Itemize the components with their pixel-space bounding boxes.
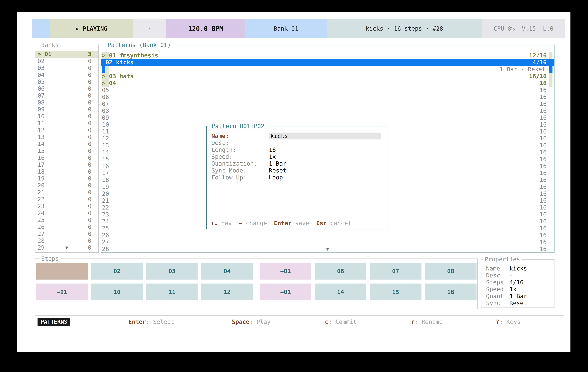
hint-label: change (242, 220, 274, 227)
hint-key: ↑↓ (211, 220, 218, 227)
step-cell-7[interactable]: 07 (370, 263, 421, 280)
bank-pattern-count: 0 (88, 141, 92, 147)
statusbar-hint-label: : Keys (499, 318, 521, 325)
bank-row[interactable]: 190 (35, 175, 98, 182)
pattern-row[interactable]: 0716 (101, 101, 554, 107)
step-cell-10[interactable]: 10 (91, 283, 143, 301)
pattern-step-count: 16 (540, 204, 547, 211)
statusbar-hint: Enter: Select (128, 316, 174, 328)
statusbar-hint: Space: Play (232, 316, 271, 328)
step-cell-9[interactable]: →01 (36, 283, 88, 301)
bank-number: 06 (38, 85, 45, 92)
editor-field-label: Name: (211, 132, 269, 140)
properties-list: NamekicksDesc-Steps4/16Speed1xQuant1 Bar… (482, 265, 554, 307)
pattern-step-count: 16 (540, 225, 547, 232)
topbar-left-pad (32, 19, 50, 38)
step-cell-13[interactable]: →01 (260, 283, 311, 301)
step-cell-1[interactable] (36, 263, 88, 280)
editor-field-row[interactable]: Sync Mode:Reset (211, 167, 385, 174)
pattern-row[interactable]: > 01 fmsynthesis12/16 (101, 52, 554, 59)
step-cell-5[interactable]: →01 (260, 263, 311, 280)
bank-row[interactable]: 080 (35, 99, 98, 106)
pattern-row[interactable]: 02 kicks4/16 (101, 59, 554, 66)
pattern-name: > 01 fmsynthesis (102, 52, 158, 59)
pattern-row[interactable]: > 0416 (101, 80, 554, 87)
statusbar-hint: c: Commit (325, 316, 357, 328)
editor-name-input[interactable]: kicks (269, 132, 381, 140)
bank-row[interactable]: 210 (35, 189, 98, 196)
step-cell-14[interactable]: 14 (315, 283, 367, 301)
editor-field-row[interactable]: Speed:1x (211, 153, 385, 160)
pattern-step-count: 16 (540, 93, 547, 101)
step-cell-15[interactable]: 15 (370, 283, 421, 301)
pattern-step-count: 16 (540, 163, 547, 170)
bank-row[interactable]: 130 (35, 134, 98, 141)
property-row: SyncReset (482, 300, 554, 307)
step-cell-6[interactable]: 06 (315, 263, 367, 280)
pattern-row[interactable]: 0816 (101, 107, 554, 114)
step-cell-16[interactable]: 16 (425, 283, 476, 301)
step-cell-3[interactable]: 03 (146, 263, 198, 280)
banks-panel-title: Banks (39, 41, 61, 49)
pattern-detail-row: 1 Bar · Reset (101, 66, 554, 73)
bank-row[interactable]: > 013 (35, 51, 98, 58)
bank-row[interactable]: 200 (35, 182, 98, 189)
editor-field-row[interactable]: Name:kicks (211, 132, 385, 140)
step-cell-8[interactable]: 08 (425, 263, 476, 280)
pattern-name: 09 (102, 114, 109, 121)
bank-pattern-count: 0 (88, 210, 92, 217)
bank-row[interactable]: 230 (35, 203, 98, 210)
pattern-row[interactable]: 2816 (101, 246, 554, 252)
bank-row[interactable]: 270 (35, 230, 98, 237)
bank-number: 20 (38, 182, 45, 189)
step-cell-2[interactable]: 02 (91, 263, 143, 280)
bank-row[interactable]: 110 (35, 120, 98, 127)
bank-row[interactable]: 090 (35, 106, 98, 113)
pattern-row[interactable]: 0616 (101, 93, 554, 101)
editor-field-row[interactable]: Desc: (211, 140, 385, 146)
pattern-row[interactable]: 2616 (101, 232, 554, 239)
bank-row[interactable]: 040 (35, 71, 98, 78)
bank-row[interactable]: 070 (35, 92, 98, 99)
bank-pattern-count: 0 (88, 175, 92, 182)
pattern-step-count: 16 (540, 114, 547, 121)
bank-row[interactable]: 160 (35, 154, 98, 161)
bank-pattern-count: 0 (88, 182, 92, 189)
bank-row[interactable]: 030 (35, 64, 98, 71)
step-cell-11[interactable]: 11 (146, 283, 198, 301)
bank-row[interactable]: 280 (35, 237, 98, 244)
pattern-step-count: 16 (540, 239, 547, 246)
pattern-name: 23 (102, 211, 109, 218)
pattern-row[interactable]: 0516 (101, 87, 554, 93)
patterns-panel-title: Patterns (Bank 01) (105, 41, 173, 49)
bank-row[interactable]: 020 (35, 58, 98, 64)
mode-badge: PATTERNS (38, 318, 70, 326)
bank-row[interactable]: 120 (35, 127, 98, 134)
bank-pattern-count: 3 (88, 51, 92, 58)
bank-row[interactable]: 240 (35, 210, 98, 217)
pattern-row[interactable]: > 03 hats16/16 (101, 73, 554, 80)
bank-pattern-count: 0 (88, 106, 92, 113)
bank-row[interactable]: 140 (35, 141, 98, 147)
bank-row[interactable]: 220 (35, 196, 98, 203)
pattern-row[interactable]: 2716 (101, 239, 554, 246)
bank-pattern-count: 0 (88, 237, 92, 244)
property-row: Desc- (482, 272, 554, 279)
editor-field-row[interactable]: Length:16 (211, 146, 385, 153)
bank-number: 16 (38, 154, 45, 161)
bank-row[interactable]: 100 (35, 113, 98, 120)
bank-row[interactable]: 260 (35, 223, 98, 230)
bank-row[interactable]: 170 (35, 161, 98, 168)
editor-field-row[interactable]: Follow Up:Loop (211, 174, 385, 181)
bank-row[interactable]: 060 (35, 85, 98, 92)
bank-row[interactable]: 250 (35, 217, 98, 223)
step-cell-4[interactable]: 04 (201, 263, 253, 280)
bank-row[interactable]: 050 (35, 78, 98, 85)
bank-row[interactable]: 180 (35, 168, 98, 175)
editor-field-value: 1x (269, 153, 276, 160)
bank-row[interactable]: 150 (35, 147, 98, 154)
editor-field-row[interactable]: Quantization:1 Bar (211, 160, 385, 167)
bottom-status-bar: PATTERNS Enter: SelectSpace: Playc: Comm… (35, 315, 564, 328)
step-cell-12[interactable]: 12 (201, 283, 253, 301)
pattern-row[interactable]: 0916 (101, 114, 554, 121)
